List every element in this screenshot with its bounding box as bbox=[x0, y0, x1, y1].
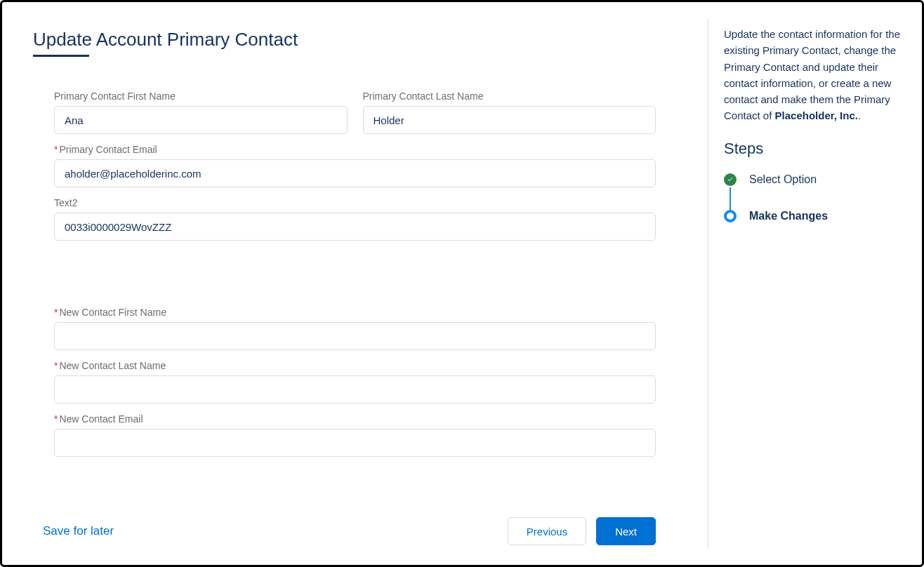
row-primary-email: Primary Contact Email bbox=[54, 144, 656, 187]
field-primary-first-name: Primary Contact First Name bbox=[54, 91, 348, 134]
step-select-option: Select Option bbox=[724, 173, 909, 186]
page-title: Update Account Primary Contact bbox=[33, 29, 677, 51]
label-primary-last-name: Primary Contact Last Name bbox=[363, 91, 656, 102]
input-primary-email[interactable] bbox=[54, 159, 656, 187]
step-done-icon bbox=[724, 173, 737, 186]
label-text2: Text2 bbox=[54, 197, 656, 208]
title-underline bbox=[33, 55, 89, 57]
row-new-last-name: New Contact Last Name bbox=[54, 360, 656, 403]
field-text2: Text2 bbox=[54, 197, 656, 241]
save-for-later-link[interactable]: Save for later bbox=[43, 524, 114, 538]
field-primary-last-name: Primary Contact Last Name bbox=[363, 91, 656, 134]
label-primary-first-name: Primary Contact First Name bbox=[54, 91, 348, 102]
row-text2: Text2 bbox=[54, 197, 656, 241]
input-primary-first-name[interactable] bbox=[54, 106, 348, 134]
steps-heading: Steps bbox=[724, 140, 909, 158]
check-icon bbox=[727, 176, 734, 183]
input-new-last-name[interactable] bbox=[54, 375, 656, 403]
label-new-first-name: New Contact First Name bbox=[54, 307, 656, 318]
input-text2[interactable] bbox=[54, 213, 656, 241]
input-new-email[interactable] bbox=[54, 429, 656, 457]
app-window: Update Account Primary Contact Primary C… bbox=[0, 0, 924, 567]
row-new-email: New Contact Email bbox=[54, 413, 656, 457]
side-desc-suffix: . bbox=[858, 109, 861, 121]
section-gap bbox=[54, 251, 656, 307]
row-new-first-name: New Contact First Name bbox=[54, 307, 656, 350]
previous-button[interactable]: Previous bbox=[508, 517, 586, 545]
row-primary-name: Primary Contact First Name Primary Conta… bbox=[54, 91, 656, 134]
steps-list: Select Option Make Changes bbox=[724, 173, 909, 222]
side-desc-prefix: Update the contact information for the e… bbox=[724, 28, 900, 121]
field-new-first-name: New Contact First Name bbox=[54, 307, 656, 350]
label-new-email: New Contact Email bbox=[54, 413, 656, 425]
main-panel: Update Account Primary Contact Primary C… bbox=[2, 2, 708, 565]
step-label-2: Make Changes bbox=[749, 210, 828, 222]
field-primary-email: Primary Contact Email bbox=[54, 144, 656, 187]
field-new-email: New Contact Email bbox=[54, 413, 656, 457]
step-connector bbox=[730, 187, 731, 211]
step-label-1: Select Option bbox=[749, 173, 817, 186]
next-button[interactable]: Next bbox=[596, 517, 656, 545]
field-new-last-name: New Contact Last Name bbox=[54, 360, 656, 403]
form-area: Primary Contact First Name Primary Conta… bbox=[33, 91, 677, 512]
input-new-first-name[interactable] bbox=[54, 322, 656, 350]
step-make-changes: Make Changes bbox=[724, 210, 909, 222]
step-current-icon bbox=[724, 210, 737, 222]
footer-bar: Save for later Previous Next bbox=[33, 512, 677, 545]
label-new-last-name: New Contact Last Name bbox=[54, 360, 656, 371]
side-description: Update the contact information for the e… bbox=[724, 26, 909, 124]
side-desc-bold: Placeholder, Inc. bbox=[775, 109, 858, 121]
label-primary-email: Primary Contact Email bbox=[54, 144, 656, 155]
input-primary-last-name[interactable] bbox=[363, 106, 656, 134]
footer-buttons: Previous Next bbox=[508, 517, 656, 545]
side-panel: Update the contact information for the e… bbox=[708, 2, 922, 565]
